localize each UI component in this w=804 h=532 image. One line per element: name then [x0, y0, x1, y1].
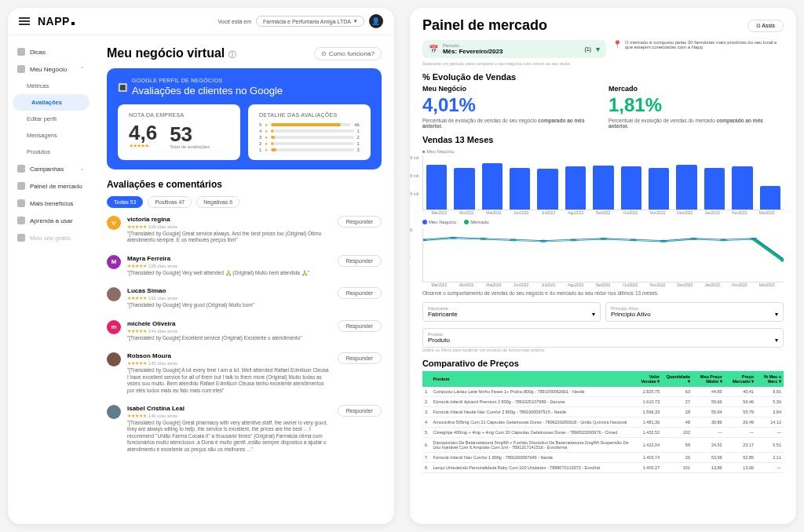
table-row[interactable]: 8.Lenço Umedecido Personalidade Baby Com… — [422, 463, 784, 473]
total-value: 53 — [170, 124, 210, 144]
table-header[interactable] — [422, 371, 431, 387]
info-icon[interactable]: ⓘ — [228, 50, 236, 59]
review-text: "[Translated by Google] Excellent servic… — [127, 335, 331, 341]
reviewer-name: victoria regina — [127, 216, 331, 223]
responder-button[interactable]: Responder — [338, 287, 382, 299]
svg-point-1 — [450, 237, 457, 238]
reviewer-name: Lucas Simao — [127, 287, 331, 294]
review-text: "[Translated by Google] Great service al… — [127, 231, 331, 244]
main-content: Meu negócio virtual ⓘ ⊙ Como funciona? 🔳… — [94, 35, 394, 524]
svg-point-4 — [539, 240, 546, 241]
assist-button[interactable]: ⊙ Assis — [747, 20, 784, 32]
svg-point-16 — [510, 240, 517, 241]
period-selector[interactable]: 📅 Período Mês: Fevereiro/2023 (1) ▾ — [422, 40, 606, 58]
chevron-down-icon: ▾ — [775, 311, 778, 318]
table-header[interactable]: Preço Mercado ▾ — [725, 371, 756, 387]
chevron-down-icon: ⌄ — [80, 166, 85, 172]
rating-row: 5●46 — [259, 122, 360, 127]
filter-produto[interactable]: Produto Produto▾ — [422, 328, 784, 348]
chart-bar — [482, 163, 502, 210]
rating-row: 2●1 — [259, 141, 360, 146]
table-header[interactable]: Produto — [431, 371, 634, 387]
review-item: Robson Moura ★★★★★ 145 dias atrás "[Tran… — [107, 352, 382, 394]
sidebar-item-metricas[interactable]: Métricas — [8, 78, 94, 94]
svg-point-9 — [690, 239, 697, 239]
user-avatar[interactable]: 👤 — [369, 14, 383, 28]
sidebar-item-mais-beneficios[interactable]: Mais benefícios — [8, 195, 94, 212]
table-row[interactable]: 1.Composto Lácteo Leite Ninho Fases 1+ P… — [422, 387, 784, 397]
review-text: "[Translated by Google] Very good (Origi… — [127, 302, 331, 308]
store-prefix: Você está em — [218, 19, 251, 24]
table-row[interactable]: 3.Fórmula Infantil Nestlé Nan Comfor 2 8… — [422, 407, 784, 417]
table-header[interactable]: Valor Vendas ▾ — [633, 371, 662, 387]
sidebar-item-painel-mercado[interactable]: Painel de mercado — [8, 177, 94, 195]
filter-principio[interactable]: Princípio Ativo Princípio Ativo▾ — [605, 302, 784, 322]
card-title: Avaliações de clientes no Google — [132, 85, 283, 97]
comparativo-title: Comparativo de Preços — [422, 359, 784, 368]
table-row[interactable]: 7.Fórmula Infantil Nan Comfor 1 800g - 7… — [422, 453, 784, 463]
reviewer-name: Mayra Ferreira — [127, 255, 331, 262]
chart-bar — [537, 169, 557, 210]
chip-positivas[interactable]: Positivas 47 — [148, 196, 192, 208]
logo: NAPP — [38, 15, 75, 27]
chip-todas[interactable]: Todas 53 — [107, 196, 143, 208]
evo-meu-negocio: Meu Negócio 4,01% Percentual de evolução… — [422, 85, 598, 129]
filter-fabricante[interactable]: Fabricante Fabricante▾ — [422, 302, 601, 322]
responder-button[interactable]: Responder — [338, 255, 382, 267]
sidebar-item-aprenda-usar[interactable]: Aprenda a usar — [8, 212, 94, 229]
svg-point-21 — [660, 242, 667, 242]
store-selector[interactable]: Farmácia e Perfumaria Amiga LTDA ▾ — [256, 16, 364, 27]
rating-row: 3●2 — [259, 135, 360, 140]
sidebar-item-mensagens[interactable]: Mensagens — [8, 127, 94, 144]
reviewer-avatar — [107, 352, 121, 366]
table-row[interactable]: 4.Amoxicilina 500mg Com 21 Cápsulas Gela… — [422, 417, 784, 428]
responder-button[interactable]: Responder — [338, 216, 382, 228]
line-chart: Meu Negócio Mercado 100 75 50 25 Mar2022… — [422, 220, 784, 287]
table-header[interactable]: % Meu x Merc ▾ — [756, 371, 784, 387]
svg-point-20 — [630, 240, 637, 241]
table-row[interactable]: 2.Fórmula Infantil Aptamil Premium 2 800… — [422, 397, 784, 407]
chip-negativas[interactable]: Negativas 6 — [196, 196, 239, 208]
google-reviews-card: 🔳 GOOGLE PERFIL DE NEGÓCIOS Avaliações d… — [107, 68, 382, 169]
responder-button[interactable]: Responder — [338, 352, 382, 364]
review-stars-icon: ★★★★★ 146 dias atrás — [127, 413, 331, 418]
review-item: m michele Oliveira ★★★★★ 144 dias atrás … — [107, 320, 382, 341]
sort-icon: ▾ — [657, 379, 660, 384]
responder-button[interactable]: Responder — [338, 405, 382, 417]
sidebar-item-meu-site[interactable]: Meu site grátis — [8, 229, 94, 246]
menu-icon[interactable] — [19, 17, 30, 25]
sidebar-item-campanhas[interactable]: Campanhas⌄ — [8, 160, 94, 177]
chart-bar — [593, 166, 613, 210]
svg-point-2 — [480, 239, 487, 239]
sidebar-item-avaliacoes[interactable]: Avaliações — [13, 94, 90, 111]
review-stars-icon: ★★★★★ 128 dias atrás — [127, 263, 331, 268]
svg-point-3 — [510, 239, 517, 240]
sidebar-item-editar-perfil[interactable]: Editar perfil — [8, 111, 94, 127]
sidebar-item-produtos[interactable]: Produtos — [8, 144, 94, 160]
chevron-down-icon: ▾ — [596, 45, 600, 53]
nota-card: NOTA DA EMPRESA 4,6 ★★★★★ 53 Total de av… — [118, 104, 240, 160]
table-row[interactable]: 6.Dipropionato De Betametasona 5mg/Ml + … — [422, 438, 784, 453]
responder-button[interactable]: Responder — [338, 320, 382, 332]
evo-mercado: Mercado 1,81% Percentual de evolução de … — [608, 85, 784, 129]
filter-note: Utilize os filtros para localizar um pro… — [422, 348, 784, 352]
svg-point-22 — [690, 239, 697, 240]
bar-chart: ■ Meu Negócio 300 mil 200 mil 100 mil Ma… — [422, 149, 784, 215]
chart-bar — [621, 166, 641, 210]
como-funciona-button[interactable]: ⊙ Como funciona? — [314, 47, 382, 60]
sidebar-item-dicas[interactable]: Dicas — [8, 43, 94, 60]
reviewer-avatar: m — [107, 320, 121, 334]
table-header[interactable]: Meu Preço Médio ▾ — [693, 371, 725, 387]
svg-point-19 — [600, 239, 607, 240]
chart-bar — [649, 168, 669, 210]
table-row[interactable]: 5.Cimegripe 400mg + 4mg + 4mg Com 20 Cáp… — [422, 428, 784, 438]
table-header[interactable]: Quantidade ▾ — [662, 371, 693, 387]
chart-bar — [454, 168, 474, 210]
gift-icon — [17, 199, 25, 207]
chart-bar — [760, 186, 780, 210]
chart-caption: Observe o comportamento de vendas do seu… — [422, 290, 784, 296]
sidebar-item-meu-negocio[interactable]: Meu Negócio⌃ — [8, 60, 94, 78]
review-stars-icon: ★★★★★ 145 dias atrás — [127, 360, 331, 366]
review-stars-icon: ★★★★★ 132 dias atrás — [127, 295, 331, 301]
price-comparison-table: ProdutoValor Vendas ▾Quantidade ▾Meu Pre… — [422, 371, 784, 473]
